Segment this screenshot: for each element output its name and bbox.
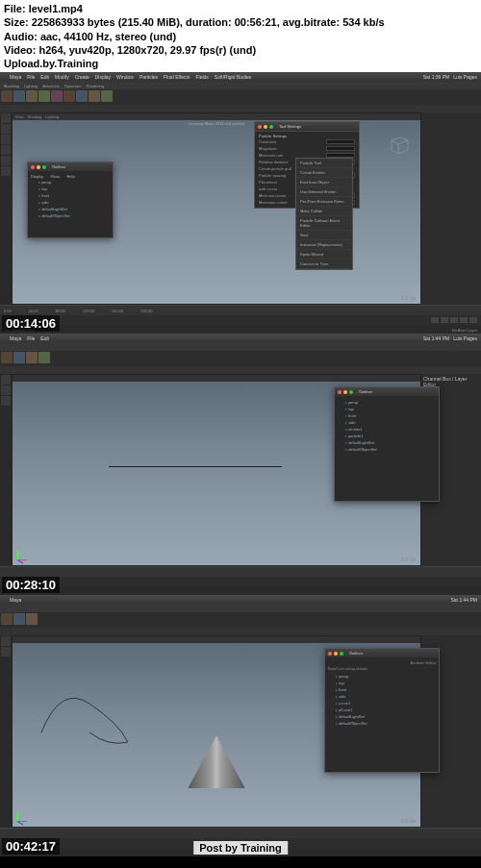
- outliner-top[interactable]: top: [31, 186, 110, 192]
- particles-context-menu[interactable]: Particle Tool Create Emitter Emit from O…: [295, 158, 353, 270]
- menu-edit-2[interactable]: Edit: [40, 335, 49, 341]
- out3-side[interactable]: side: [328, 693, 436, 700]
- viewport-3[interactable]: Outliner Attribute Editor Ramp/Curve uni…: [12, 635, 421, 828]
- viewport-persp[interactable]: View Shading Lighting Learning Maya 2013…: [12, 112, 421, 305]
- attr-min-icon[interactable]: [264, 125, 267, 129]
- shelf3-icon[interactable]: [1, 613, 13, 625]
- ctx-collision-editor[interactable]: Particle Collision Event Editor: [296, 216, 352, 231]
- tool-2[interactable]: [1, 385, 11, 395]
- shelf2-icon[interactable]: [26, 352, 38, 363]
- outliner-objectset[interactable]: defaultObjectSet: [31, 212, 110, 219]
- close-icon-3[interactable]: [328, 652, 332, 656]
- out3-curve[interactable]: curve1: [328, 700, 436, 707]
- out2-emitter[interactable]: emitter1: [338, 426, 436, 433]
- out3-cone[interactable]: pCone1: [328, 707, 436, 713]
- out3-front[interactable]: front: [328, 686, 436, 693]
- menu-file[interactable]: File: [27, 74, 35, 80]
- attr-titlebar[interactable]: Tool Settings: [255, 122, 359, 131]
- out2-particle[interactable]: particle1: [338, 433, 436, 439]
- outliner3-titlebar[interactable]: Outliner: [325, 649, 439, 657]
- time-ruler[interactable]: 0.00 40.00 80.00 120.00 160.00 200.00: [0, 306, 481, 315]
- min-icon-3[interactable]: [334, 652, 338, 656]
- app-name[interactable]: Maya: [10, 74, 21, 80]
- menu-fields[interactable]: Fields: [195, 74, 208, 80]
- ruler-3[interactable]: [0, 829, 481, 838]
- shelf-icon-7[interactable]: [76, 90, 88, 102]
- ctx-emit-object[interactable]: Emit from Object: [296, 178, 352, 187]
- close-icon-2[interactable]: [338, 390, 342, 394]
- shelf2-icon[interactable]: [38, 352, 50, 363]
- forward-button[interactable]: [469, 317, 477, 323]
- tab-rendering[interactable]: Rendering: [87, 84, 104, 88]
- menu-fluids[interactable]: Fluid Effects: [164, 74, 190, 80]
- magnitude-field[interactable]: [326, 146, 355, 151]
- out2-persp[interactable]: persp: [338, 399, 436, 406]
- tab-animation[interactable]: Animation: [42, 84, 60, 88]
- outliner-window-2[interactable]: Outliner persp top front side emitter1 p…: [334, 386, 440, 502]
- outliner-persp[interactable]: persp: [31, 179, 110, 186]
- shelf-icon-1[interactable]: [1, 90, 13, 102]
- move-tool[interactable]: [1, 124, 11, 134]
- scale-tool[interactable]: [1, 145, 11, 155]
- shelf2-icon[interactable]: [13, 352, 25, 363]
- app-name-2[interactable]: Maya: [10, 335, 21, 341]
- viewport-2[interactable]: Outliner persp top front side emitter1 p…: [12, 374, 421, 566]
- max-icon-3[interactable]: [340, 652, 343, 656]
- outliner-window-3[interactable]: Outliner Attribute Editor Ramp/Curve uni…: [324, 648, 440, 773]
- tab-dynamics[interactable]: Dynamics: [64, 84, 82, 88]
- ctx-create-emitter[interactable]: Create Emitter: [296, 168, 352, 178]
- ctx-sprite[interactable]: Sprite Wizard: [296, 250, 352, 260]
- vp-shading[interactable]: Shading: [28, 114, 42, 119]
- menu-file-2[interactable]: File: [27, 335, 35, 341]
- out2-top[interactable]: top: [338, 406, 436, 412]
- out2-lightset[interactable]: defaultLightSet: [338, 439, 436, 446]
- lasso-tool[interactable]: [1, 156, 11, 165]
- tool-2[interactable]: [1, 396, 11, 406]
- constraint-field[interactable]: [326, 139, 355, 144]
- tab-lighting[interactable]: Lighting: [24, 84, 38, 88]
- menu-edit[interactable]: Edit: [40, 74, 49, 80]
- outliner-window[interactable]: Outliner Display Show Help persp top fro…: [27, 161, 114, 238]
- maximize-icon[interactable]: [42, 165, 46, 169]
- shelf2-icon[interactable]: [1, 352, 13, 363]
- menu-bodies[interactable]: Soft/Rigid Bodies: [215, 74, 251, 80]
- out3-lightset[interactable]: defaultLightSet: [328, 713, 436, 720]
- ruler-2[interactable]: [0, 567, 481, 577]
- menu-particles[interactable]: Particles: [139, 74, 158, 80]
- step-back-button[interactable]: [441, 317, 448, 323]
- ctx-collide[interactable]: Make Collide: [296, 207, 352, 216]
- attr-max-icon[interactable]: [269, 125, 273, 129]
- out2-objectset[interactable]: defaultObjectSet: [338, 446, 436, 453]
- menu-display[interactable]: Display: [95, 74, 111, 80]
- tool-3[interactable]: [1, 647, 11, 657]
- outliner2-titlebar[interactable]: Outliner: [335, 387, 439, 396]
- vp-view[interactable]: View: [15, 114, 24, 119]
- shelf-icon-3[interactable]: [26, 90, 38, 102]
- menu-create[interactable]: Create: [75, 74, 89, 80]
- ctx-use-emitter[interactable]: Use Selected Emitter: [296, 187, 352, 197]
- rewind-button[interactable]: [431, 317, 439, 323]
- ctx-goal[interactable]: Goal: [296, 231, 352, 240]
- outliner-menu-show[interactable]: Show: [50, 174, 60, 179]
- rotate-tool[interactable]: [1, 135, 11, 144]
- step-fwd-button[interactable]: [460, 317, 468, 323]
- ctx-perpoint[interactable]: Per-Point Emission Rates: [296, 197, 352, 207]
- shelf-icon-6[interactable]: [63, 90, 75, 102]
- outliner-side[interactable]: side: [31, 199, 110, 206]
- outliner-menu-help[interactable]: Help: [66, 174, 74, 179]
- outliner-menu-display[interactable]: Display: [31, 174, 43, 179]
- tab-modeling[interactable]: Modeling: [4, 84, 19, 88]
- play-button[interactable]: [450, 317, 458, 323]
- ctx-instancer[interactable]: Instancer (Replacement): [296, 240, 352, 250]
- minimize-icon[interactable]: [37, 165, 40, 169]
- menu-modify[interactable]: Modify: [55, 74, 69, 80]
- attr-close-icon[interactable]: [258, 125, 262, 129]
- shelf-icon-8[interactable]: [89, 90, 100, 102]
- vp-lighting[interactable]: Lighting: [45, 114, 59, 119]
- outliner-lightset[interactable]: defaultLightSet: [31, 206, 110, 212]
- tool-3[interactable]: [1, 636, 11, 646]
- shelf-icon-2[interactable]: [13, 90, 25, 102]
- shelf-icon-4[interactable]: [38, 90, 50, 102]
- out2-front[interactable]: front: [338, 412, 436, 419]
- tool-2[interactable]: [1, 375, 11, 384]
